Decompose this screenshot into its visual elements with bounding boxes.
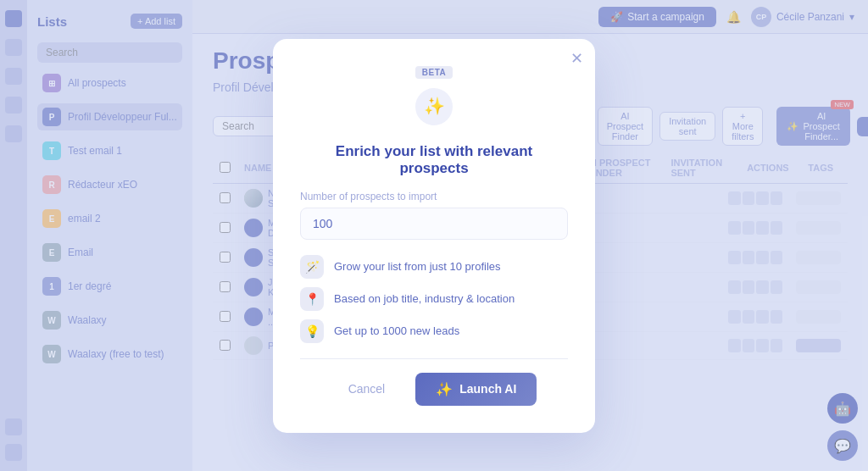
feature-leads: 💡 Get up to 1000 new leads xyxy=(300,319,568,343)
modal-divider xyxy=(300,358,568,359)
cancel-button[interactable]: Cancel xyxy=(331,373,403,406)
spark-icon: ✨ xyxy=(436,381,453,397)
modal-icon-area: ✨ xyxy=(413,86,455,128)
feature-based-on: 📍 Based on job title, industry & locatio… xyxy=(300,287,568,311)
prospects-count-input[interactable] xyxy=(300,208,568,240)
beta-badge: BETA xyxy=(415,66,453,79)
modal-input-group: Number of prospects to import xyxy=(300,191,568,240)
bulb-icon: 💡 xyxy=(300,319,324,343)
modal-features: 🪄 Grow your list from just 10 profiles 📍… xyxy=(300,255,568,343)
sparkle-graphic: ✨ xyxy=(414,86,454,127)
svg-text:✨: ✨ xyxy=(424,96,445,116)
wand-icon: 🪄 xyxy=(300,255,324,279)
modal-input-label: Number of prospects to import xyxy=(300,191,568,202)
modal-overlay: ✕ BETA ✨ Enrich your list with relevant … xyxy=(0,0,868,471)
ai-prospect-modal: ✕ BETA ✨ Enrich your list with relevant … xyxy=(273,39,595,433)
launch-ai-button[interactable]: ✨ Launch AI xyxy=(415,373,537,406)
modal-top: BETA ✨ xyxy=(300,66,568,128)
feature-grow: 🪄 Grow your list from just 10 profiles xyxy=(300,255,568,279)
modal-close-button[interactable]: ✕ xyxy=(570,51,583,66)
modal-actions: Cancel ✨ Launch AI xyxy=(300,373,568,406)
pin-icon: 📍 xyxy=(300,287,324,311)
modal-title: Enrich your list with relevant prospects xyxy=(300,143,568,177)
